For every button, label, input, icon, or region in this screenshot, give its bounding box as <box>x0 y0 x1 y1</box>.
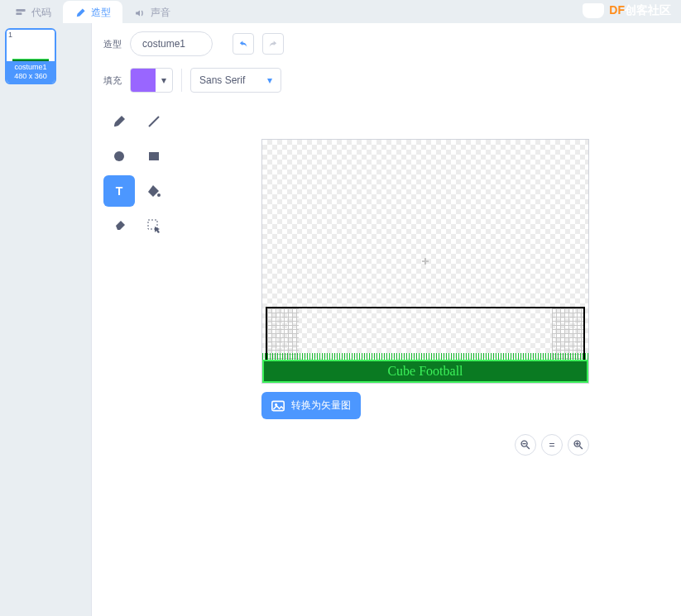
zoom-in-button[interactable] <box>568 434 589 456</box>
brand-text: DF创客社区 <box>609 3 671 18</box>
costume-thumbnail[interactable]: 1 costume1 480 x 360 <box>5 28 56 84</box>
canvas[interactable]: Cube Football <box>261 139 589 384</box>
chevron-down-icon: ▾ <box>267 74 272 86</box>
zoom-out-button[interactable] <box>515 434 536 456</box>
tab-code-label: 代码 <box>31 6 51 20</box>
tool-rectangle[interactable] <box>138 141 170 172</box>
svg-rect-0 <box>16 9 25 12</box>
svg-line-2 <box>149 117 159 127</box>
svg-line-11 <box>526 446 530 449</box>
svg-text:T: T <box>116 184 123 198</box>
tab-costumes[interactable]: 造型 <box>63 1 122 23</box>
svg-rect-4 <box>149 152 159 160</box>
tab-sounds[interactable]: 声音 <box>122 1 182 23</box>
brush-icon <box>74 7 86 19</box>
artwork-title: Cube Football <box>387 364 463 379</box>
costume-list: 1 costume1 480 x 360 <box>0 23 91 616</box>
font-selector[interactable]: Sans Serif ▾ <box>190 68 281 93</box>
chevron-down-icon: ▾ <box>156 69 172 92</box>
convert-label: 转换为矢量图 <box>291 399 351 413</box>
tool-eraser[interactable] <box>103 210 135 241</box>
font-value: Sans Serif <box>199 74 245 86</box>
artwork-goal <box>266 307 585 360</box>
brand-face-icon <box>583 3 604 18</box>
costume-name-input[interactable] <box>130 31 213 56</box>
svg-line-14 <box>579 446 583 449</box>
svg-point-3 <box>114 151 124 161</box>
thumb-label: costume1 480 x 360 <box>7 61 55 83</box>
svg-point-6 <box>157 193 161 197</box>
tool-circle[interactable] <box>103 141 135 172</box>
paint-editor: 造型 填充 ▾ Sans Serif ▾ <box>91 23 681 616</box>
tool-fill[interactable] <box>138 175 170 207</box>
canvas-area: Cube Football 转换为矢量图 = <box>261 139 589 419</box>
thumb-index: 1 <box>8 31 12 39</box>
convert-to-vector-button[interactable]: 转换为矢量图 <box>261 392 361 419</box>
center-crosshair <box>422 258 429 265</box>
fill-label: 填充 <box>103 74 122 87</box>
redo-button[interactable] <box>262 33 284 55</box>
brand-logo: DF创客社区 <box>583 3 671 18</box>
tab-code[interactable]: 代码 <box>3 1 63 23</box>
fill-color-picker[interactable]: ▾ <box>130 68 173 93</box>
svg-rect-1 <box>16 12 22 15</box>
costume-name-label: 造型 <box>103 38 122 50</box>
tab-costumes-label: 造型 <box>91 6 111 20</box>
zoom-reset-button[interactable]: = <box>541 434 563 456</box>
tool-brush[interactable] <box>103 106 135 137</box>
tool-line[interactable] <box>138 106 170 137</box>
undo-button[interactable] <box>233 33 254 55</box>
sound-icon <box>134 7 146 19</box>
tool-text[interactable]: T <box>103 175 135 207</box>
artwork-grass <box>262 353 588 360</box>
blocks-icon <box>15 7 26 19</box>
editor-tabs: 代码 造型 声音 <box>0 0 681 23</box>
paint-tools: T <box>103 106 170 241</box>
artwork-field: Cube Football <box>262 360 588 383</box>
zoom-controls: = <box>515 434 589 456</box>
fill-swatch <box>131 69 156 92</box>
tab-sounds-label: 声音 <box>151 6 170 20</box>
thumb-preview <box>7 30 55 61</box>
tool-select[interactable] <box>138 210 170 241</box>
